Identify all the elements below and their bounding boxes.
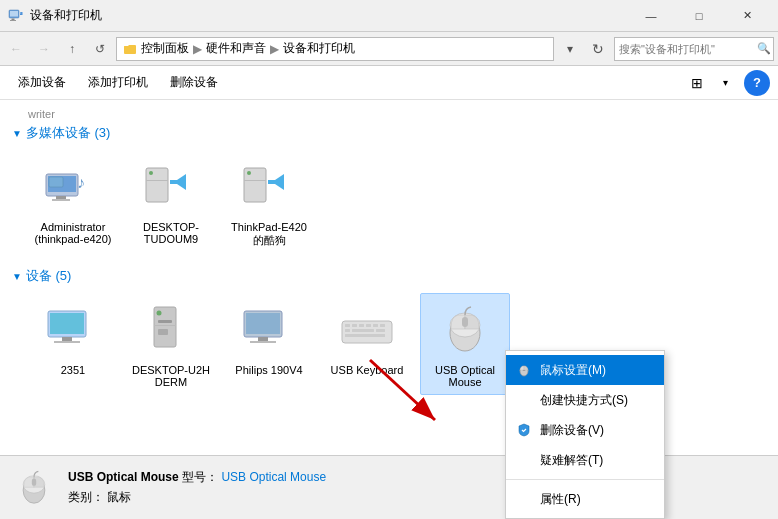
ctx-delete-device-label: 删除设备(V) (540, 422, 604, 439)
svg-rect-23 (268, 180, 276, 184)
devices-section-header[interactable]: ▼ 设备 (5) (12, 267, 766, 285)
view-button[interactable]: ⊞ (684, 70, 710, 96)
svg-rect-46 (352, 329, 374, 332)
svg-rect-9 (56, 196, 66, 199)
status-category-label: 类别： (68, 490, 104, 504)
view-dropdown[interactable]: ▾ (712, 70, 738, 96)
shortcut-icon (516, 392, 532, 408)
device-label-desktop-tud: DESKTOP-TUDOUM9 (131, 221, 211, 245)
add-printer-button[interactable]: 添加打印机 (78, 70, 158, 96)
svg-rect-35 (246, 313, 280, 334)
device-item-keyboard[interactable]: USB Keyboard (322, 293, 412, 395)
delete-device-button[interactable]: 删除设备 (160, 70, 228, 96)
device-label-philips: Philips 190V4 (235, 364, 302, 376)
ctx-mouse-settings[interactable]: 鼠标设置(M) (506, 355, 664, 385)
window-controls: — □ ✕ (628, 0, 770, 32)
status-info: USB Optical Mouse 型号： USB Optical Mouse … (68, 468, 326, 506)
multimedia-device-grid: ♪ Administrator (thinkpad-e420) DESKTOP-… (12, 150, 766, 255)
add-printer-label: 添加打印机 (88, 74, 148, 91)
chevron-down-icon: ▼ (12, 128, 22, 139)
svg-rect-42 (366, 324, 371, 327)
svg-rect-54 (32, 478, 36, 485)
device-label-2351: 2351 (61, 364, 85, 376)
svg-rect-48 (345, 334, 385, 337)
device-item-2351[interactable]: 2351 (28, 293, 118, 395)
svg-rect-21 (244, 180, 266, 181)
svg-rect-47 (376, 329, 385, 332)
device-item-desktop-tud[interactable]: DESKTOP-TUDOUM9 (126, 150, 216, 255)
devices-section-label: 设备 (5) (26, 267, 72, 285)
search-icon: 🔍 (757, 42, 771, 55)
folder-icon (123, 42, 137, 56)
ctx-create-shortcut[interactable]: 创建快捷方式(S) (506, 385, 664, 415)
svg-rect-28 (54, 341, 80, 343)
device-icon-desktop-tud (141, 157, 201, 217)
toolbar: 添加设备 添加打印机 删除设备 ⊞ ▾ ? (0, 66, 778, 100)
svg-rect-10 (52, 199, 70, 201)
help-button[interactable]: ? (744, 70, 770, 96)
ctx-troubleshoot[interactable]: 疑难解答(T) (506, 445, 664, 475)
address-path[interactable]: 控制面板 ▶ 硬件和声音 ▶ 设备和打印机 (116, 37, 554, 61)
forward-button[interactable]: → (32, 37, 56, 61)
title-icon (8, 8, 24, 24)
device-item-thinkpad[interactable]: ThinkPad-E420 的酷狗 (224, 150, 314, 255)
svg-rect-26 (50, 313, 84, 334)
ctx-properties[interactable]: 属性(R) (506, 484, 664, 514)
svg-rect-5 (20, 12, 21, 13)
svg-rect-16 (146, 180, 168, 181)
device-icon-desktop-u2h (141, 300, 201, 360)
svg-rect-27 (62, 337, 72, 341)
multimedia-section-label: 多媒体设备 (3) (26, 124, 111, 142)
svg-rect-39 (345, 324, 350, 327)
address-refresh[interactable]: ↻ (586, 37, 610, 61)
svg-point-30 (157, 311, 162, 316)
device-item-philips[interactable]: Philips 190V4 (224, 293, 314, 395)
refresh-button[interactable]: ↺ (88, 37, 112, 61)
svg-rect-51 (462, 317, 468, 327)
svg-rect-33 (158, 329, 168, 335)
ctx-delete-device[interactable]: 删除设备(V) (506, 415, 664, 445)
device-label-mouse: USB Optical Mouse (425, 364, 505, 388)
device-icon-thinkpad (239, 157, 299, 217)
ctx-mouse-settings-label: 鼠标设置(M) (540, 362, 606, 379)
search-box[interactable]: 🔍 (614, 37, 774, 61)
breadcrumb: 硬件和声音 (206, 40, 266, 57)
back-button[interactable]: ← (4, 37, 28, 61)
svg-rect-1 (10, 11, 18, 17)
device-label-keyboard: USB Keyboard (331, 364, 404, 376)
svg-text:♪: ♪ (77, 174, 85, 191)
svg-rect-36 (258, 337, 268, 341)
svg-rect-2 (12, 18, 15, 20)
up-button[interactable]: ↑ (60, 37, 84, 61)
svg-rect-40 (352, 324, 357, 327)
search-input[interactable] (619, 43, 757, 55)
mouse-small-icon (516, 362, 532, 378)
delete-device-label: 删除设备 (170, 74, 218, 91)
writer-label: writer (12, 108, 766, 120)
breadcrumb: 设备和打印机 (283, 40, 355, 57)
multimedia-section-header[interactable]: ▼ 多媒体设备 (3) (12, 124, 766, 142)
device-item-admin[interactable]: ♪ Administrator (thinkpad-e420) (28, 150, 118, 255)
device-icon-keyboard (337, 300, 397, 360)
breadcrumb: 控制面板 (141, 40, 189, 57)
title-text: 设备和打印机 (30, 7, 628, 24)
close-button[interactable]: ✕ (724, 0, 770, 32)
status-category-value: 鼠标 (107, 490, 131, 504)
device-item-mouse[interactable]: USB Optical Mouse (420, 293, 510, 395)
svg-rect-18 (170, 180, 178, 184)
ctx-separator (506, 479, 664, 480)
device-item-desktop-u2h[interactable]: DESKTOP-U2H DERM (126, 293, 216, 395)
status-model-value: USB Optical Mouse (221, 470, 326, 484)
svg-rect-45 (345, 329, 350, 332)
minimize-button[interactable]: — (628, 0, 674, 32)
address-dropdown[interactable]: ▾ (558, 37, 582, 61)
svg-rect-6 (124, 46, 136, 54)
device-icon-philips (239, 300, 299, 360)
maximize-button[interactable]: □ (676, 0, 722, 32)
add-device-button[interactable]: 添加设备 (8, 70, 76, 96)
svg-point-15 (149, 171, 153, 175)
properties-icon (516, 491, 532, 507)
device-label-admin: Administrator (thinkpad-e420) (33, 221, 113, 245)
ctx-create-shortcut-label: 创建快捷方式(S) (540, 392, 628, 409)
device-icon-mouse (435, 300, 495, 360)
